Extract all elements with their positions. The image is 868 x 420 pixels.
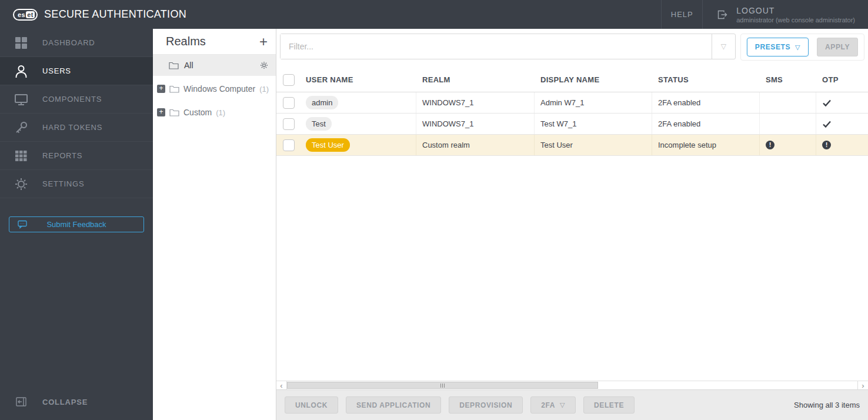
key-icon bbox=[0, 119, 42, 136]
realm-label: Windows Computer bbox=[183, 84, 255, 94]
action-bar: UNLOCK SEND APPLICATION DEPROVISION 2FA … bbox=[276, 389, 868, 420]
logout-label: LOGOUT bbox=[736, 6, 855, 15]
sidebar-item-label: DASHBOARD bbox=[42, 38, 95, 47]
sidebar-item-label: HARD TOKENS bbox=[42, 123, 102, 132]
realms-title: Realms bbox=[166, 35, 206, 48]
collapse-icon bbox=[0, 397, 42, 406]
scroll-right-button[interactable]: › bbox=[857, 381, 868, 389]
users-icon bbox=[0, 63, 42, 79]
sidebar-item-dashboard[interactable]: DASHBOARD bbox=[0, 29, 153, 57]
2fa-label: 2FA bbox=[541, 401, 555, 409]
warning-icon: ! bbox=[822, 141, 831, 149]
display-name-cell: Test User bbox=[540, 141, 573, 149]
collapse-button[interactable]: COLLAPSE bbox=[0, 388, 153, 416]
realm-item-windows-computer[interactable]: + Windows Computer (1) bbox=[153, 77, 276, 101]
row-checkbox[interactable] bbox=[283, 118, 295, 130]
eset-logo-icon: es et bbox=[13, 9, 38, 21]
row-checkbox[interactable] bbox=[283, 139, 295, 151]
realm-cell: Custom realm bbox=[422, 141, 470, 149]
logout-icon bbox=[716, 8, 729, 21]
top-bar: es et SECURE AUTHENTICATION HELP LOGOUT … bbox=[0, 0, 868, 29]
folder-icon bbox=[169, 85, 179, 93]
submit-feedback-button[interactable]: Submit Feedback bbox=[9, 216, 144, 232]
expand-icon[interactable]: + bbox=[157, 108, 165, 116]
column-header-sms[interactable]: SMS bbox=[766, 75, 783, 84]
check-icon bbox=[822, 120, 832, 128]
sidebar-item-hard-tokens[interactable]: HARD TOKENS bbox=[0, 114, 153, 142]
filter-input[interactable] bbox=[281, 34, 712, 59]
sidebar-item-label: USERS bbox=[42, 66, 71, 75]
scroll-left-button[interactable]: ‹ bbox=[276, 381, 287, 389]
sidebar-item-components[interactable]: COMPONENTS bbox=[0, 85, 153, 114]
horizontal-scrollbar: ‹ › bbox=[276, 381, 868, 389]
username-badge: admin bbox=[306, 96, 338, 109]
table-row[interactable]: Test WINDOWS7_1 Test W7_1 2FA enabled bbox=[276, 114, 868, 135]
main-content: ▽ PRESETS ▽ APPLY USER NAME REALM DISPLA… bbox=[276, 29, 868, 420]
realm-count: (1) bbox=[259, 85, 269, 94]
expand-icon[interactable]: + bbox=[157, 85, 165, 93]
check-icon bbox=[822, 99, 832, 107]
presets-button[interactable]: PRESETS ▽ bbox=[747, 38, 809, 56]
app-title: SECURE AUTHENTICATION bbox=[44, 8, 186, 21]
table-row-highlighted[interactable]: Test User Custom realm Test User Incompl… bbox=[276, 135, 868, 156]
reports-icon bbox=[0, 148, 42, 164]
presets-label: PRESETS bbox=[755, 43, 790, 51]
warning-icon: ! bbox=[766, 141, 774, 149]
components-icon bbox=[0, 91, 42, 108]
brand: es et SECURE AUTHENTICATION bbox=[0, 0, 186, 29]
username-badge: Test User bbox=[306, 138, 350, 152]
column-header-user-name[interactable]: USER NAME bbox=[306, 75, 353, 84]
presets-group: PRESETS ▽ APPLY bbox=[740, 34, 864, 61]
deprovision-button[interactable]: DEPROVISION bbox=[449, 396, 523, 414]
sidebar-item-label: SETTINGS bbox=[42, 179, 84, 188]
chevron-down-icon: ▽ bbox=[721, 42, 726, 51]
2fa-dropdown-button[interactable]: 2FA ▽ bbox=[530, 396, 576, 414]
apply-button[interactable]: APPLY bbox=[817, 38, 858, 56]
table-empty-area bbox=[276, 156, 868, 381]
realm-cell: WINDOWS7_1 bbox=[422, 98, 473, 107]
eset-logo-es: es bbox=[18, 11, 25, 18]
scrollbar-thumb[interactable] bbox=[287, 382, 598, 389]
status-cell: Incomplete setup bbox=[658, 141, 716, 149]
sidebar-item-reports[interactable]: REPORTS bbox=[0, 142, 153, 170]
feedback-bubble-icon bbox=[18, 220, 27, 229]
filter-dropdown-button[interactable]: ▽ bbox=[712, 34, 735, 59]
realm-settings-gear-icon[interactable] bbox=[259, 61, 269, 70]
sidebar-item-label: COMPONENTS bbox=[42, 95, 102, 104]
scrollbar-track[interactable] bbox=[287, 381, 857, 389]
column-header-status[interactable]: STATUS bbox=[658, 75, 689, 84]
chevron-down-icon: ▽ bbox=[560, 401, 565, 409]
column-header-realm[interactable]: REALM bbox=[422, 75, 450, 84]
delete-button[interactable]: DELETE bbox=[583, 396, 635, 414]
display-name-cell: Test W7_1 bbox=[540, 119, 576, 128]
dashboard-icon bbox=[0, 35, 42, 51]
table-row[interactable]: admin WINDOWS7_1 Admin W7_1 2FA enabled bbox=[276, 92, 868, 114]
unlock-button[interactable]: UNLOCK bbox=[285, 396, 338, 414]
items-count-text: Showing all 3 items bbox=[794, 401, 860, 409]
select-all-checkbox[interactable] bbox=[283, 74, 295, 86]
sidebar: DASHBOARD USERS COMPONENTS HARD TOKENS bbox=[0, 29, 153, 420]
help-button[interactable]: HELP bbox=[661, 0, 702, 29]
folder-icon bbox=[169, 61, 179, 69]
row-checkbox[interactable] bbox=[283, 97, 295, 109]
sidebar-item-users[interactable]: USERS bbox=[0, 57, 153, 85]
column-header-otp[interactable]: OTP bbox=[822, 75, 839, 84]
submit-feedback-label: Submit Feedback bbox=[46, 220, 106, 229]
sidebar-item-settings[interactable]: SETTINGS bbox=[0, 170, 153, 198]
column-header-display-name[interactable]: DISPLAY NAME bbox=[540, 75, 599, 84]
realm-all-label: All bbox=[184, 61, 193, 70]
realm-item-all[interactable]: All bbox=[153, 55, 276, 76]
folder-icon bbox=[169, 108, 179, 116]
eset-logo-et: et bbox=[26, 11, 35, 18]
send-application-button[interactable]: SEND APPLICATION bbox=[346, 396, 441, 414]
realm-tree: + Windows Computer (1) + Custom (1) bbox=[153, 76, 276, 124]
collapse-label: COLLAPSE bbox=[42, 398, 88, 406]
realm-label: Custom bbox=[183, 108, 212, 117]
filter-box: ▽ bbox=[280, 34, 736, 59]
realm-item-custom[interactable]: + Custom (1) bbox=[153, 101, 276, 124]
logout-button[interactable]: LOGOUT administrator (web console admini… bbox=[702, 0, 868, 29]
add-realm-button[interactable]: + bbox=[259, 36, 268, 48]
deprovision-label: DEPROVISION bbox=[459, 401, 512, 409]
username-badge: Test bbox=[306, 117, 332, 131]
realms-header: Realms + bbox=[153, 29, 276, 55]
